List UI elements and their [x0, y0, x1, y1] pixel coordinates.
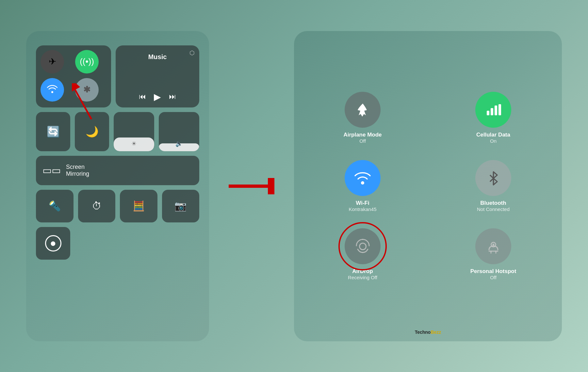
screen-mirroring-button[interactable]: ▭▭ ScreenMirroring	[36, 156, 199, 185]
wifi-circle	[345, 160, 381, 196]
bluetooth-item[interactable]: Bluetooth Not Connected	[441, 160, 546, 212]
svg-rect-7	[498, 104, 501, 115]
orientation-lock-icon: 🔄	[47, 125, 60, 138]
camera-icon: 📷	[174, 200, 187, 212]
airplane-mode-label: Airplane Mode Off	[343, 132, 382, 144]
wifi-button[interactable]	[41, 78, 64, 102]
screen-record-button[interactable]: ●	[36, 227, 70, 260]
play-button[interactable]: ▶	[154, 91, 161, 102]
music-controls: ⏮ ▶ ⏭	[139, 91, 176, 102]
timer-button[interactable]: ⏱	[78, 190, 116, 222]
bluetooth-circle	[475, 160, 511, 196]
calculator-button[interactable]: 🧮	[120, 190, 157, 222]
hotspot-circle	[475, 228, 511, 264]
wifi-label: Wi-Fi Kontrakan45	[349, 200, 376, 212]
svg-rect-6	[495, 105, 497, 115]
svg-rect-5	[491, 108, 493, 115]
timer-icon: ⏱	[92, 201, 102, 212]
screen-mirroring-label: ScreenMirroring	[66, 164, 89, 177]
camera-button[interactable]: 📷	[162, 190, 200, 222]
cellular-data-item[interactable]: Cellular Data On	[441, 92, 546, 144]
main-container: ✈ ((•)) ✱	[0, 0, 588, 372]
airdrop-name: AirDrop	[348, 268, 377, 275]
personal-hotspot-item[interactable]: Personal Hotspot Off	[441, 228, 546, 280]
watermark-techno: Techno	[415, 330, 431, 335]
control-grid: Airplane Mode Off Cellular Data On	[310, 92, 546, 280]
music-block: ⬡ Music ⏮ ▶ ⏭	[116, 45, 199, 107]
cellular-data-status: On	[476, 138, 510, 144]
wifi-status: Kontrakan45	[349, 206, 376, 212]
cellular-data-button[interactable]: ((•))	[75, 50, 99, 73]
bluetooth-status: Not Connected	[477, 206, 510, 212]
brightness-slider[interactable]: ☀	[114, 112, 154, 151]
cellular-data-name: Cellular Data	[476, 132, 510, 138]
top-row: ✈ ((•)) ✱	[36, 45, 199, 107]
rewind-button[interactable]: ⏮	[139, 92, 146, 101]
red-arrow-svg	[229, 178, 274, 194]
cellular-data-label: Cellular Data On	[476, 132, 510, 144]
music-title: Music	[148, 53, 167, 61]
fast-forward-button[interactable]: ⏭	[169, 92, 176, 101]
wifi-name: Wi-Fi	[349, 200, 376, 206]
left-control-panel: ✈ ((•)) ✱	[26, 31, 209, 341]
svg-line-1	[75, 90, 91, 119]
volume-slider[interactable]: 🔈	[159, 112, 199, 151]
volume-icon: 🔈	[175, 140, 183, 147]
hotspot-status: Off	[470, 275, 516, 280]
second-row: 🔄 🌙 ☀ 🔈	[36, 112, 199, 151]
watermark-bezz: Bezz	[431, 330, 441, 335]
bottom-row: 🔦 ⏱ 🧮 📷	[36, 190, 199, 222]
flashlight-icon: 🔦	[49, 200, 61, 212]
airplay-icon[interactable]: ⬡	[189, 49, 195, 57]
right-control-panel: Airplane Mode Off Cellular Data On	[294, 31, 562, 341]
airplane-mode-status: Off	[343, 138, 382, 144]
airdrop-status: Receiving Off	[348, 275, 377, 280]
screen-mirror-icon: ▭▭	[42, 165, 61, 176]
hotspot-name: Personal Hotspot	[470, 268, 516, 275]
cellular-icon: ((•))	[80, 57, 94, 67]
brightness-icon: ☀	[131, 140, 137, 147]
record-icon: ●	[45, 235, 61, 251]
annotation-arrow	[72, 83, 98, 124]
airdrop-circle-wrapper	[345, 228, 381, 264]
watermark: TechnoBezz	[415, 330, 441, 335]
svg-point-8	[361, 181, 364, 185]
moon-icon: 🌙	[86, 125, 99, 138]
airdrop-item[interactable]: AirDrop Receiving Off	[310, 228, 415, 280]
airplane-mode-button[interactable]: ✈	[41, 50, 64, 73]
airplane-icon: ✈	[49, 56, 56, 67]
airplane-mode-name: Airplane Mode	[343, 132, 382, 138]
transition-arrow	[229, 178, 274, 194]
wifi-icon	[46, 84, 58, 95]
wifi-item[interactable]: Wi-Fi Kontrakan45	[310, 160, 415, 212]
flashlight-button[interactable]: 🔦	[36, 190, 74, 222]
bluetooth-name: Bluetooth	[477, 200, 510, 206]
svg-rect-4	[487, 111, 489, 115]
last-row: ●	[36, 227, 199, 260]
airplane-mode-circle	[345, 92, 381, 128]
calculator-icon: 🧮	[133, 200, 145, 212]
airplane-mode-item[interactable]: Airplane Mode Off	[310, 92, 415, 144]
svg-point-14	[492, 244, 494, 246]
cellular-data-circle	[475, 92, 511, 128]
bluetooth-label: Bluetooth Not Connected	[477, 200, 510, 212]
orientation-lock-button[interactable]: 🔄	[36, 112, 70, 151]
svg-point-12	[359, 243, 366, 250]
airdrop-circle	[345, 228, 381, 264]
hotspot-label: Personal Hotspot Off	[470, 268, 516, 280]
airdrop-label: AirDrop Receiving Off	[348, 268, 377, 280]
